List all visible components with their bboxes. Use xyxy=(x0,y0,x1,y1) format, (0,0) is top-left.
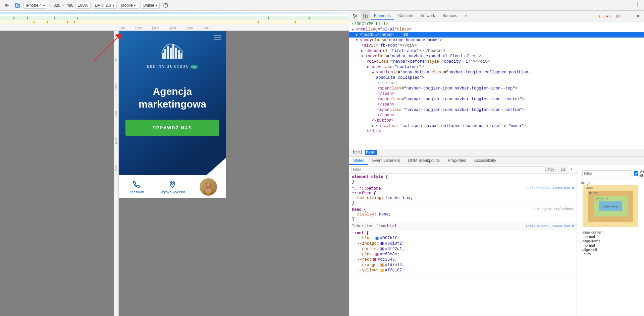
purple-val: #6f42c1; xyxy=(385,247,405,251)
breadcrumb-html[interactable]: html xyxy=(352,150,364,155)
orange-swatch[interactable] xyxy=(380,263,384,267)
fb-root-line[interactable]: <div id="fb-root"></div> xyxy=(349,43,644,48)
tab-styles[interactable]: Styles xyxy=(349,157,368,165)
inspect-icon[interactable] xyxy=(3,1,11,9)
cta-button[interactable]: SPRAWDŹ NAS xyxy=(125,120,219,136)
tab-dom-breakpoints[interactable]: DOM Breakpoints xyxy=(404,157,444,165)
right-filter-input[interactable] xyxy=(582,170,632,176)
viewport-width: 320 xyxy=(54,3,60,8)
tab-network[interactable]: Network xyxy=(417,12,438,20)
tab-more[interactable]: » xyxy=(461,12,470,20)
span-top-line[interactable]: <span class="navbar-toggler-icon navbar-… xyxy=(349,86,644,91)
body-expand[interactable]: ▼ xyxy=(356,39,360,42)
html-doctype-line[interactable]: <!DOCTYPE html> xyxy=(349,21,644,27)
html-expand[interactable]: ▶ xyxy=(352,27,356,31)
nav-line[interactable]: ▼ <nav class="navbar navbar-expand-xl fi… xyxy=(349,54,644,59)
before-pseudo-line[interactable]: ::before xyxy=(349,80,644,86)
span-bottom-line[interactable]: <span class="navbar-toggler-icon navbar-… xyxy=(349,107,644,113)
button-line[interactable]: ▶ <button id="menu-button" class="navbar… xyxy=(349,70,644,75)
tab-properties[interactable]: Properties xyxy=(444,157,470,165)
indigo-val: #6610f2; xyxy=(385,241,405,246)
indigo-swatch[interactable] xyxy=(380,242,384,245)
pink-swatch[interactable] xyxy=(375,253,379,256)
zoom-selector[interactable]: 100% xyxy=(75,2,91,9)
breadcrumb-head[interactable]: head xyxy=(365,150,377,155)
footer-quote-btn[interactable]: Szybka wycena xyxy=(155,180,191,194)
head-tag-line[interactable]: ▶ <head>…</head> == $0 xyxy=(349,32,644,38)
close-devtools-icon[interactable]: ✕ xyxy=(633,11,643,21)
toolbar-device-icons xyxy=(3,1,21,9)
avatar-circle[interactable] xyxy=(200,178,217,196)
toolbar-left: iPhone 4 ▾ × 320 × 480 100% DPR: 2.0 ▾ M… xyxy=(3,1,631,9)
tab-accessibility[interactable]: Accessibility xyxy=(470,157,500,165)
before-pseudo: ::before xyxy=(377,81,397,85)
more-devtools-icon[interactable]: ⋮ xyxy=(623,11,633,21)
navbar-before-line[interactable]: <div class="navbar-before" style="opacit… xyxy=(349,59,644,64)
collapse-expand[interactable]: ▶ xyxy=(372,124,376,128)
span-center-close[interactable]: </span> xyxy=(349,102,644,107)
ruler-horizontal: |100 |200 |300 |400 |500 |600 xyxy=(0,24,349,31)
show-all-checkbox[interactable] xyxy=(634,171,638,176)
content-size: auto × auto xyxy=(603,205,618,208)
filter-input[interactable] xyxy=(351,166,544,172)
dpr-selector[interactable]: DPR: 2.0 ▾ xyxy=(93,2,117,9)
header-line[interactable]: ▶ <header id="first-view">…</header> xyxy=(349,48,644,54)
footer-call-btn[interactable]: Zadzwoń xyxy=(119,180,155,194)
browser-panel: |100 |200 |300 |400 |500 |600 xyxy=(0,11,349,316)
container-expand[interactable]: ▼ xyxy=(367,65,371,69)
css-source-1[interactable]: 4c4420408d3..33450.css:8 xyxy=(526,186,574,190)
cta-label: SPRAWDŹ NAS xyxy=(153,125,192,130)
tab-elements[interactable]: Elements xyxy=(371,12,394,20)
filter-bar: :hov .cls + xyxy=(349,165,577,174)
div-close-line[interactable]: </div> xyxy=(349,129,644,134)
inherited-html[interactable]: html xyxy=(387,224,397,229)
body-tag-line[interactable]: ▼ <body class="chrome homepage home "> xyxy=(349,38,644,43)
inspect-elements-icon[interactable] xyxy=(351,11,360,21)
button-cont-line[interactable]: absolute collapsed"> xyxy=(349,75,644,80)
align-items-val: normal xyxy=(582,243,639,247)
no-throttle-icon[interactable] xyxy=(162,1,170,9)
svg-rect-0 xyxy=(15,3,18,7)
hamburger-menu[interactable] xyxy=(214,36,221,40)
purple-swatch[interactable] xyxy=(380,247,384,251)
settings-icon[interactable]: ⚙ xyxy=(613,11,623,21)
sep2: × xyxy=(62,3,65,8)
button-expand[interactable]: ▶ xyxy=(372,70,376,74)
span-top-close[interactable]: </span> xyxy=(349,91,644,97)
svg-rect-8 xyxy=(167,46,169,59)
span-bottom-close[interactable]: </span> xyxy=(349,113,644,118)
elements-tree: <!DOCTYPE html> ▶ <html lang="pl-pl" cla… xyxy=(349,21,644,149)
div-collapse-line[interactable]: ▶ <div class="collapse navbar-collapse r… xyxy=(349,123,644,129)
svg-rect-19 xyxy=(366,15,367,18)
device-selector[interactable]: iPhone 4 ▾ xyxy=(23,2,47,9)
nav-expand[interactable]: ▼ xyxy=(361,55,365,58)
container-line[interactable]: ▼ <div class="container"> xyxy=(349,64,644,70)
user-agent-label: user agent stylesheet xyxy=(532,207,574,211)
button-close-line[interactable]: </button> xyxy=(349,118,644,123)
more-options-icon[interactable]: ⋮ xyxy=(633,1,641,9)
svg-rect-12 xyxy=(178,50,180,59)
device-toolbar-icon[interactable] xyxy=(361,11,370,21)
mode-selector[interactable]: Mobile ▾ xyxy=(119,2,139,9)
svg-rect-1 xyxy=(18,4,19,7)
head-expand[interactable]: ▶ xyxy=(356,33,360,37)
hov-button[interactable]: :hov xyxy=(545,167,556,172)
css-var-indigo: --indigo: #6610f2; xyxy=(352,241,574,246)
red-swatch[interactable] xyxy=(373,258,376,261)
span-center-line[interactable]: <span class="navbar-toggler-icon navbar-… xyxy=(349,97,644,102)
blue-swatch[interactable] xyxy=(375,237,379,240)
header-expand[interactable]: ▶ xyxy=(361,49,365,53)
inherited-source[interactable]: 4c4420408d3..33450.css:8 xyxy=(526,225,574,228)
tab-console[interactable]: Console xyxy=(395,12,416,20)
tab-sources[interactable]: Sources xyxy=(439,12,461,20)
network-selector[interactable]: Online ▾ xyxy=(140,2,160,9)
cls-button[interactable]: .cls xyxy=(558,167,568,172)
align-items-name: align-items xyxy=(582,239,600,243)
yellow-swatch[interactable] xyxy=(380,269,384,272)
margin-text-label: margin xyxy=(584,186,593,189)
tab-event-listeners[interactable]: Event Listeners xyxy=(368,157,404,165)
html-tag-line[interactable]: ▶ <html lang="pl-pl" class> xyxy=(349,27,644,32)
add-style-icon[interactable]: + xyxy=(569,166,575,172)
device-toggle-icon[interactable] xyxy=(13,1,21,9)
box-model-section: margin − margin − border − xyxy=(580,179,641,229)
